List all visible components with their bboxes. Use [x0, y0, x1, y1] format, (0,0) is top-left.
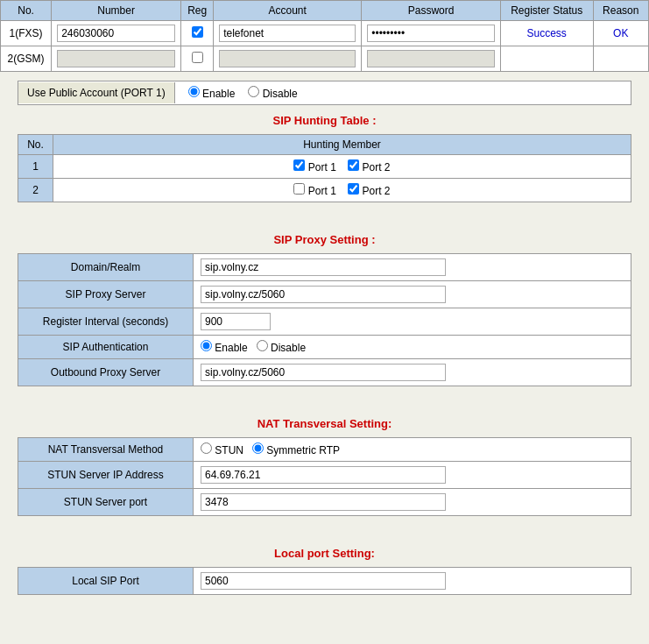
nat-table: NAT Transversal Method STUN Symmetric RT…	[18, 437, 631, 516]
col-header-password: Password	[362, 1, 501, 21]
proxy-server-input[interactable]	[201, 286, 446, 303]
reg-row-1-reason: OK	[593, 21, 648, 46]
nat-method-label: NAT Transversal Method	[18, 438, 194, 462]
proxy-interval-label: Register Interval (seconds)	[18, 308, 194, 336]
nat-stun-port-input[interactable]	[201, 493, 446, 511]
hunting-row-1-no: 1	[18, 155, 53, 179]
proxy-domain-input[interactable]	[201, 258, 446, 276]
reg-row-2-account-input[interactable]	[219, 50, 356, 67]
reg-row-1-password	[362, 21, 501, 46]
proxy-server-value	[194, 281, 631, 308]
reg-row-1-account-input[interactable]	[219, 25, 356, 42]
reg-row-1-reg	[181, 21, 214, 46]
reg-row-2-password	[362, 46, 501, 72]
nat-stun-port-row: STUN Server port	[18, 489, 631, 516]
nat-stun-ip-label: STUN Server IP Address	[18, 462, 194, 489]
local-sip-port-row: Local SIP Port	[18, 568, 631, 595]
sip-proxy-section: SIP Proxy Setting : Domain/Realm SIP Pro…	[18, 233, 631, 386]
local-sip-port-label: Local SIP Port	[18, 568, 194, 595]
proxy-auth-enable-label[interactable]: Enable	[201, 340, 248, 354]
col-header-status: Register Status	[500, 1, 593, 21]
proxy-server-row: SIP Proxy Server	[18, 281, 631, 308]
proxy-domain-value	[194, 254, 631, 281]
reg-row-2-account	[214, 46, 362, 72]
proxy-auth-label: SIP Authentication	[18, 336, 194, 359]
public-account-row: Use Public Account (PORT 1) Enable Disab…	[18, 81, 631, 105]
nat-stun-ip-input[interactable]	[201, 466, 446, 484]
hunting-row-1-port1-checkbox[interactable]	[293, 159, 305, 171]
hunting-col-member: Hunting Member	[53, 135, 631, 155]
public-account-disable-label[interactable]: Disable	[248, 86, 297, 100]
hunting-row-2-port2-label[interactable]: Port 2	[348, 185, 390, 197]
reg-row-1-number-input[interactable]	[57, 25, 175, 42]
reg-row-2-no: 2(GSM)	[1, 46, 52, 72]
reg-row-1: 1(FXS)SuccessOK	[1, 21, 649, 46]
proxy-interval-row: Register Interval (seconds)	[18, 308, 631, 336]
nat-method-value: STUN Symmetric RTP	[194, 438, 631, 462]
nat-method-row: NAT Transversal Method STUN Symmetric RT…	[18, 438, 631, 462]
reg-row-2-reg-checkbox[interactable]	[192, 52, 203, 63]
hunting-col-no: No.	[18, 135, 53, 155]
reg-row-1-status: Success	[500, 21, 593, 46]
proxy-interval-input[interactable]	[201, 313, 271, 330]
hunting-row-2-port1-label[interactable]: Port 1	[293, 185, 335, 197]
nat-stun-port-label: STUN Server port	[18, 489, 194, 516]
hunting-row-1: 1 Port 1 Port 2	[18, 155, 631, 179]
proxy-domain-label: Domain/Realm	[18, 254, 194, 281]
hunting-row-1-port2-label[interactable]: Port 2	[348, 161, 390, 173]
reg-row-2: 2(GSM)	[1, 46, 649, 72]
hunting-row-2-port2-checkbox[interactable]	[348, 183, 359, 195]
nat-stun-ip-row: STUN Server IP Address	[18, 462, 631, 489]
proxy-auth-enable-radio[interactable]	[201, 340, 212, 351]
proxy-server-label: SIP Proxy Server	[18, 281, 194, 308]
local-port-table: Local SIP Port	[18, 567, 631, 595]
sip-proxy-table: Domain/Realm SIP Proxy Server Register I…	[18, 253, 631, 386]
hunting-row-1-members: Port 1 Port 2	[53, 155, 631, 179]
reg-row-1-number	[52, 21, 181, 46]
registration-table: No. Number Reg Account Password Register…	[0, 0, 649, 72]
col-header-number: Number	[52, 1, 181, 21]
hunting-row-1-port1-label[interactable]: Port 1	[293, 161, 335, 173]
reg-row-1-password-input[interactable]	[367, 25, 495, 42]
public-account-enable-label[interactable]: Enable	[188, 86, 236, 100]
reg-row-2-number	[52, 46, 181, 72]
nat-stun-radio[interactable]	[201, 442, 212, 454]
reg-row-1-account	[214, 21, 362, 46]
proxy-outbound-input[interactable]	[201, 364, 446, 381]
reg-row-1-reg-checkbox[interactable]	[192, 26, 203, 38]
sip-hunting-table: No. Hunting Member 1 Port 1 Port 2 2 Por…	[18, 134, 631, 202]
proxy-outbound-value	[194, 359, 631, 386]
proxy-auth-disable-label[interactable]: Disable	[257, 340, 306, 354]
proxy-auth-options: Enable Disable	[201, 340, 624, 354]
nat-symrtp-radio[interactable]	[252, 442, 264, 454]
col-header-account: Account	[214, 1, 362, 21]
proxy-interval-value	[194, 308, 631, 336]
col-header-reason: Reason	[593, 1, 648, 21]
col-header-no: No.	[1, 1, 52, 21]
reg-row-2-number-input[interactable]	[57, 50, 175, 67]
hunting-row-2-no: 2	[18, 179, 53, 202]
nat-symrtp-label[interactable]: Symmetric RTP	[252, 442, 340, 456]
local-sip-port-input[interactable]	[201, 572, 446, 590]
public-account-label: Use Public Account (PORT 1)	[18, 82, 175, 103]
hunting-row-1-port2-checkbox[interactable]	[348, 159, 359, 171]
nat-stun-port-value	[194, 489, 631, 516]
reg-row-2-password-input[interactable]	[367, 50, 495, 67]
col-header-reg: Reg	[181, 1, 214, 21]
proxy-auth-disable-radio[interactable]	[257, 340, 268, 351]
reg-row-1-no: 1(FXS)	[1, 21, 52, 46]
public-account-options: Enable Disable	[175, 81, 311, 104]
public-account-enable-radio[interactable]	[188, 86, 200, 97]
hunting-row-2-port1-checkbox[interactable]	[293, 183, 305, 195]
hunting-row-2: 2 Port 1 Port 2	[18, 179, 631, 202]
sip-hunting-section: SIP Hunting Table : No. Hunting Member 1…	[18, 114, 631, 202]
sip-proxy-title: SIP Proxy Setting :	[18, 233, 631, 246]
local-port-title: Local port Setting:	[18, 547, 631, 560]
reg-row-2-status	[500, 46, 593, 72]
nat-method-options: STUN Symmetric RTP	[201, 442, 624, 456]
nat-stun-ip-value	[194, 462, 631, 489]
local-port-section: Local port Setting: Local SIP Port	[18, 547, 631, 595]
nat-stun-label[interactable]: STUN	[201, 442, 243, 456]
proxy-auth-row: SIP Authentication Enable Disable	[18, 336, 631, 359]
public-account-disable-radio[interactable]	[248, 86, 259, 97]
